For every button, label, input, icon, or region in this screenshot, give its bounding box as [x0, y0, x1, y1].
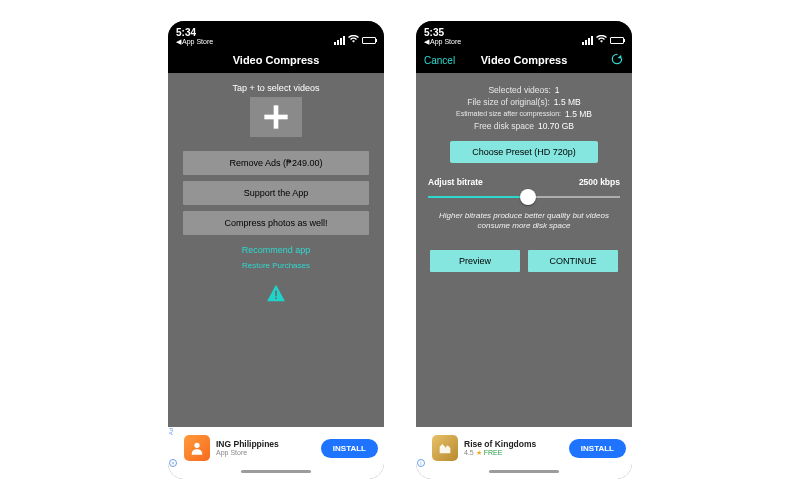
estimated-size-value: 1.5 MB: [565, 109, 592, 119]
status-time: 5:35: [424, 28, 461, 38]
home-indicator[interactable]: [416, 469, 632, 479]
ad-install-button[interactable]: INSTALL: [321, 439, 378, 458]
bitrate-slider[interactable]: [428, 189, 620, 205]
ad-install-button[interactable]: INSTALL: [569, 439, 626, 458]
ad-app-icon: [432, 435, 458, 461]
page-title: Video Compress: [481, 54, 568, 66]
compression-info: Selected videos:1 File size of original(…: [456, 85, 592, 131]
add-videos-button[interactable]: [250, 97, 302, 137]
phone-screen-2: 5:35 ◀ App Store Cancel Video Compress S…: [416, 21, 632, 479]
support-app-button[interactable]: Support the App: [183, 181, 369, 205]
signal-icon: [582, 36, 593, 45]
refresh-icon: [610, 52, 624, 66]
bitrate-label: Adjust bitrate: [428, 177, 483, 187]
ad-close-icon[interactable]: i: [417, 459, 425, 467]
restore-purchases-link[interactable]: Restore Purchases: [242, 261, 310, 270]
svg-rect-2: [275, 291, 277, 297]
page-title: Video Compress: [233, 54, 320, 66]
wifi-icon: [348, 35, 359, 45]
choose-preset-button[interactable]: Choose Preset (HD 720p): [450, 141, 598, 163]
ad-title: Rise of Kingdoms: [464, 439, 563, 449]
svg-rect-1: [264, 115, 287, 120]
status-time: 5:34: [176, 28, 213, 38]
ad-badge-icon: Ad: [168, 427, 174, 436]
star-icon: ★: [476, 449, 482, 457]
remove-ads-button[interactable]: Remove Ads (₱249.00): [183, 151, 369, 175]
bitrate-value: 2500 kbps: [579, 177, 620, 187]
slider-thumb[interactable]: [520, 189, 536, 205]
svg-rect-3: [275, 298, 277, 300]
continue-button[interactable]: CONTINUE: [528, 250, 618, 272]
compress-photos-button[interactable]: Compress photos as well!: [183, 211, 369, 235]
bitrate-hint: Higher bitrates produce better quality b…: [429, 211, 619, 232]
battery-icon: [610, 37, 624, 44]
cancel-button[interactable]: Cancel: [424, 55, 455, 66]
refresh-button[interactable]: [610, 52, 624, 68]
selected-videos-value: 1: [555, 85, 560, 95]
warning-icon[interactable]: [266, 284, 286, 304]
original-size-value: 1.5 MB: [554, 97, 581, 107]
plus-icon: [262, 103, 290, 131]
preview-button[interactable]: Preview: [430, 250, 520, 272]
nav-bar: Cancel Video Compress: [416, 47, 632, 73]
phone-screen-1: 5:34 ◀ App Store Video Compress Tap + to…: [168, 21, 384, 479]
recommend-app-link[interactable]: Recommend app: [242, 245, 311, 255]
status-bar: 5:34 ◀ App Store: [168, 21, 384, 47]
ad-app-icon: [184, 435, 210, 461]
signal-icon: [334, 36, 345, 45]
ad-banner[interactable]: i Rise of Kingdoms 4.5 ★ FREE INSTALL: [416, 427, 632, 469]
ad-close-icon[interactable]: ×: [169, 459, 177, 467]
status-back-appstore[interactable]: ◀ App Store: [176, 38, 213, 45]
ad-rating: 4.5 ★ FREE: [464, 449, 563, 457]
ad-title: ING Philippines: [216, 439, 315, 449]
home-indicator[interactable]: [168, 469, 384, 479]
free-space-value: 10.70 GB: [538, 121, 574, 131]
ad-banner[interactable]: Ad × ING Philippines App Store INSTALL: [168, 427, 384, 469]
wifi-icon: [596, 35, 607, 45]
tap-to-select-label: Tap + to select videos: [233, 83, 320, 93]
ad-subtitle: App Store: [216, 449, 315, 457]
battery-icon: [362, 37, 376, 44]
svg-point-4: [194, 443, 199, 448]
nav-bar: Video Compress: [168, 47, 384, 73]
status-bar: 5:35 ◀ App Store: [416, 21, 632, 47]
status-back-appstore[interactable]: ◀ App Store: [424, 38, 461, 45]
